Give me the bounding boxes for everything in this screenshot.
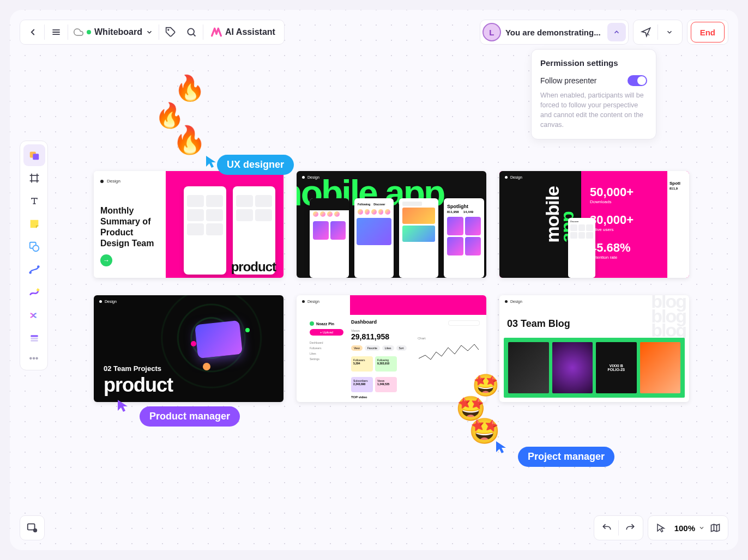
redo-button[interactable] [620,518,641,538]
cursor-mode-button[interactable] [650,518,671,538]
svg-rect-8 [33,154,39,160]
svg-line-6 [194,34,196,36]
divider [618,520,619,535]
card-tag: Design [302,300,319,303]
tool-templates[interactable] [23,144,45,166]
svg-point-15 [29,271,32,274]
end-button[interactable]: End [691,22,725,42]
card4-title: product [104,374,173,397]
card-tag: Design [100,179,159,184]
chevron-down-icon [146,28,153,36]
tag-button[interactable] [160,22,181,42]
star-struck-emoji: 🤩 [469,416,500,446]
divider [159,25,159,40]
svg-point-3 [87,30,91,34]
cursor-label: Product manager [140,406,240,427]
chevron-up-icon [613,28,620,36]
search-button[interactable] [181,22,202,42]
status-dot-icon [87,30,91,34]
card4-subtitle: 02 Team Projects [104,364,161,373]
card6-title: 03 Team Blog [507,318,570,330]
collaborator-cursor-project: Project manager [495,440,614,467]
card-mobile-app[interactable]: Design mobile app FollowingDiscover Spot… [297,171,486,278]
fire-emoji: 🔥 [172,71,207,104]
menu-button[interactable] [46,22,67,42]
card-monthly-summary[interactable]: Design Monthly Summary of Product Design… [94,171,283,278]
svg-rect-21 [28,524,35,530]
tool-connector[interactable] [23,259,45,281]
tool-text[interactable] [23,190,45,212]
left-toolbar: ••• [20,141,48,370]
bottom-right-toolbar: 100% [594,515,728,540]
svg-point-5 [188,28,194,35]
cursor-label: Project manager [518,447,614,467]
back-button[interactable] [22,22,43,42]
collaborator-cursor-product: Product manager [117,399,240,427]
zoom-level[interactable]: 100% [671,524,698,533]
permission-settings-panel: Permission settings Follow presenter Whe… [531,49,656,139]
pointer-tool-button[interactable] [636,22,656,42]
tool-sticky-note[interactable] [23,213,45,235]
tool-shapes[interactable] [23,236,45,258]
card6-blog-word: blog blog blog [651,295,686,338]
svg-rect-18 [31,335,38,337]
svg-point-23 [35,530,36,531]
divider [44,25,45,40]
ai-assistant-label: AI Assistant [225,27,275,37]
tool-pen[interactable] [23,282,45,303]
svg-rect-17 [36,288,39,291]
card-tag: Design [505,175,522,179]
card-team-blog[interactable]: Design blog blog blog 03 Team Blog VIXXI… [499,295,689,402]
collaborator-cursor-ux: UX designer [205,155,294,175]
card-team-projects[interactable]: Design 02 Team Projects product [94,295,283,402]
board-title-dropdown[interactable]: Whiteboard [69,22,158,42]
svg-point-4 [168,29,169,31]
divider [68,25,68,40]
top-toolbar: Whiteboard AI Assistant [20,20,285,45]
permission-description: When enabled, participants will be force… [540,90,647,130]
presenter-avatar[interactable]: L [482,23,501,41]
undo-button[interactable] [596,518,617,538]
card1-title: Monthly Summary of Product Design Team [100,205,159,249]
follow-presenter-toggle[interactable] [628,75,647,86]
card-tag: Design [99,300,117,303]
divider [203,25,203,40]
svg-point-16 [37,265,40,268]
arrow-icon: → [100,254,112,266]
permission-title: Permission settings [540,58,647,68]
svg-rect-19 [31,338,38,339]
more-chevron-button[interactable] [659,22,680,42]
tool-mindmap[interactable] [23,305,45,326]
divider [657,25,658,40]
card-dashboard[interactable]: Design Noazz Pin + Upload DashboardFollo… [297,295,486,402]
location-button[interactable] [20,515,45,540]
board-title: Whiteboard [94,27,142,37]
top-right-toolbar: L You are demonstrating... End [480,20,728,45]
ai-logo-icon [211,27,222,37]
fire-emoji: 🔥 [171,123,207,157]
card1-footer-word: product [231,259,276,275]
card-tag: Design [505,300,522,303]
card-mobile-stats[interactable]: Design mobileapp Discover 50,000+Downloa… [499,171,689,278]
demo-status-text: You are demonstrating... [505,28,603,37]
follow-presenter-label: Follow presenter [540,76,597,85]
svg-point-14 [33,245,39,251]
tool-table[interactable] [23,327,45,349]
ai-assistant-button[interactable]: AI Assistant [204,27,282,37]
demo-collapse-button[interactable] [607,23,626,41]
map-view-button[interactable] [705,518,726,538]
tool-more[interactable]: ••• [23,350,44,367]
tool-frame[interactable] [23,167,45,189]
svg-rect-20 [31,340,38,342]
chevron-down-icon[interactable] [698,525,705,531]
cursor-label: UX designer [217,155,294,175]
